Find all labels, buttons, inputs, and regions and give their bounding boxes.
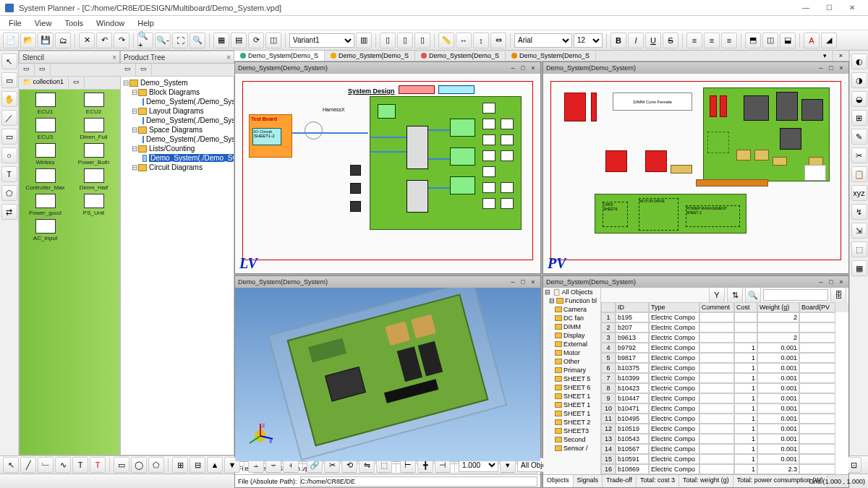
list-tab[interactable]: Total: cost 3 — [637, 475, 679, 487]
bline2-icon[interactable]: ﹂ — [38, 457, 54, 473]
doc-tab[interactable]: Demo_System(Demo_S — [325, 51, 415, 61]
italic-button[interactable]: I — [628, 33, 644, 48]
dim2-icon[interactable]: ↕ — [473, 33, 489, 48]
strike-button[interactable]: S — [663, 33, 678, 48]
save-button[interactable]: 💾 — [38, 33, 54, 48]
pv-close-icon[interactable]: × — [837, 64, 846, 72]
grid-row[interactable]: 16b10869Electric Compo12.3 — [601, 464, 848, 474]
stencil-tab1[interactable]: ▭ — [19, 64, 35, 76]
stencil-tab2[interactable]: ▭ — [35, 64, 51, 76]
stencil-close-icon[interactable]: × — [112, 53, 116, 61]
objtree-item[interactable]: Display — [543, 331, 600, 340]
lv-min-icon[interactable]: – — [509, 64, 517, 72]
grid-row[interactable]: 3b9613Electric Compo2 — [601, 333, 848, 343]
grid-header-cell[interactable]: Board(PV — [799, 302, 835, 312]
rtool10-icon[interactable]: ⇲ — [851, 223, 867, 239]
stencil-item[interactable]: ECU1 — [22, 93, 68, 115]
valign-bot-button[interactable]: ⬓ — [780, 33, 796, 48]
lv-close-icon[interactable]: × — [529, 64, 537, 72]
bfront-icon[interactable]: ▲ — [207, 457, 223, 473]
objtree-group[interactable]: ⊟ Function bl — [543, 296, 600, 305]
objtree-item[interactable]: SHEET 2 — [543, 418, 600, 427]
hand-icon[interactable]: ✋ — [1, 91, 17, 107]
list-tab[interactable]: Signals — [574, 475, 603, 487]
grid-header-cell[interactable]: Comment — [699, 302, 734, 312]
bpoly-icon[interactable]: ⬠ — [148, 457, 164, 473]
bold-button[interactable]: B — [610, 33, 626, 48]
underline-button[interactable]: U — [645, 33, 661, 48]
grid-row[interactable]: 11b10495Electric Compo10.001 — [601, 414, 848, 424]
v3d-canvas[interactable]: ZX — [235, 288, 540, 461]
align-center-button[interactable]: ≡ — [704, 33, 720, 48]
maximize-button[interactable]: ☐ — [817, 1, 841, 15]
views-button[interactable]: ◫ — [265, 33, 281, 48]
list-tab[interactable]: Total: weight (g) — [679, 475, 733, 487]
grid-row[interactable]: 7b10399Electric Compo10.001 — [601, 373, 848, 383]
objtree-item[interactable]: Camera — [543, 305, 600, 314]
v3d-max-icon[interactable]: □ — [519, 278, 527, 286]
list-min-icon[interactable]: – — [817, 278, 825, 286]
btext-icon[interactable]: T — [72, 457, 88, 473]
pv-max-icon[interactable]: □ — [827, 64, 835, 72]
objtree-item[interactable]: Second — [543, 435, 600, 444]
list-tab[interactable]: Trade-off — [603, 475, 637, 487]
stencil-collection-tab[interactable]: 📁 collection1 — [19, 77, 69, 89]
tree-tab2[interactable]: ▭ — [136, 64, 152, 76]
list-close-icon[interactable]: × — [837, 278, 846, 286]
grid-row[interactable]: 6b10375Electric Compo10.001 — [601, 363, 848, 373]
pv-min-icon[interactable]: – — [817, 64, 825, 72]
dim3-icon[interactable]: ⇔ — [490, 33, 506, 48]
menu-tools[interactable]: Tools — [59, 17, 89, 29]
rtool5-icon[interactable]: ✎ — [851, 129, 867, 145]
objtree-item[interactable]: SHEET 1 — [543, 392, 600, 401]
fontcolor-button[interactable]: A — [804, 33, 820, 48]
menu-file[interactable]: File — [3, 17, 27, 29]
grid-row[interactable]: 2b207Electric Compo — [601, 322, 848, 333]
stencil-item[interactable]: ECU3 — [22, 118, 68, 140]
rtool7-icon[interactable]: 📋 — [851, 166, 867, 182]
tree-close-icon[interactable]: × — [226, 53, 231, 61]
tabs-close-icon[interactable]: × — [833, 51, 849, 61]
bgroup-icon[interactable]: ⊞ — [172, 457, 188, 473]
grid-button[interactable]: ▦ — [213, 33, 229, 48]
align1-icon[interactable]: ▯ — [380, 33, 396, 48]
stencil-add-tab[interactable]: ▭ — [69, 77, 85, 89]
objtree-item[interactable]: SHEET 1 — [543, 401, 600, 409]
text-icon[interactable]: T — [1, 166, 17, 182]
stencil-item[interactable]: PS_Unit — [71, 194, 116, 216]
rtool3-icon[interactable]: ◒ — [851, 91, 867, 107]
layers-button[interactable]: ▤ — [231, 33, 247, 48]
objtree-item[interactable]: SHEET 6 — [543, 383, 600, 392]
fontsize-select[interactable]: 12 — [574, 33, 603, 48]
rtool9-icon[interactable]: ↯ — [851, 204, 867, 220]
rtool12-icon[interactable]: ▦ — [851, 260, 867, 276]
bline1-icon[interactable]: ╱ — [20, 457, 36, 473]
doc-tab[interactable]: Demo_System(Demo_S — [234, 51, 325, 61]
zoom-fit-button[interactable]: ⛶ — [172, 33, 188, 48]
new-button[interactable]: 📄 — [3, 33, 19, 48]
grid-row[interactable]: 8b10423Electric Compo10.001 — [601, 383, 848, 393]
valign-mid-button[interactable]: ◫ — [762, 33, 778, 48]
rtool1-icon[interactable]: ◐ — [851, 53, 867, 69]
minimize-button[interactable]: — — [794, 1, 817, 15]
tree-tab1[interactable]: ▭ — [120, 64, 136, 76]
list-tab[interactable]: Objects — [543, 475, 574, 487]
grid-header-cell[interactable]: ID — [616, 302, 649, 312]
tree-group[interactable]: ⊟Circuit Diagrams — [122, 163, 232, 172]
axis-widget-icon[interactable]: ZX — [246, 421, 275, 450]
btextred-icon[interactable]: T — [90, 457, 106, 473]
rtool6-icon[interactable]: ✂ — [851, 147, 867, 163]
grid-row[interactable]: 13b10543Electric Compo10.001 — [601, 434, 848, 444]
grid-row[interactable]: 10b10471Electric Compo10.001 — [601, 403, 848, 414]
tree-group[interactable]: ⊟Layout Diagrams — [122, 106, 232, 116]
zoom-in-button[interactable]: 🔍+ — [137, 33, 153, 48]
list-max-icon[interactable]: □ — [827, 278, 835, 286]
saveas-button[interactable]: 🗂 — [55, 33, 71, 48]
objtree-item[interactable]: External — [543, 340, 600, 348]
select-icon[interactable]: ▭ — [1, 72, 17, 88]
objtree-item[interactable]: Sensor / — [543, 444, 600, 453]
bpointer-icon[interactable]: ↖ — [3, 457, 19, 473]
griddb-icon[interactable]: 🗄 — [830, 288, 846, 303]
variant-btn[interactable]: ▥ — [356, 33, 372, 48]
objtree-item[interactable]: DIMM — [543, 322, 600, 331]
